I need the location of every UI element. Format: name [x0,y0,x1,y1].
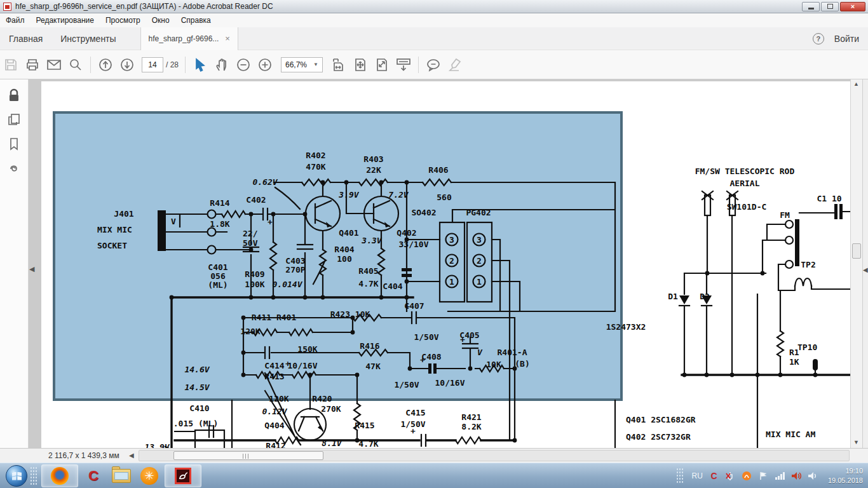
schematic-label: 100K [245,280,264,289]
menu-edit[interactable]: Редактирование [31,13,100,27]
fit-width-button[interactable] [328,54,349,76]
tools-pane-collapse-arrow[interactable]: ◀ [863,266,868,273]
envelope-icon [46,58,62,72]
nav-pane-collapse-arrow[interactable]: ◀ [29,265,34,273]
bookmarks-icon[interactable] [8,137,20,151]
schematic-label: D2 [700,292,710,301]
show-toolbar-button[interactable] [393,54,414,76]
sign-in-button[interactable]: Войти [834,34,859,44]
tray-ccleaner-icon[interactable]: C [709,470,719,481]
menu-help[interactable]: Справка [175,13,217,27]
schematic-label: V [171,217,176,226]
schematic-label: R423 10K [330,309,370,319]
document-area[interactable]: 321321 R402470KR40322KR4065600.62VJ401MI… [29,79,862,448]
schematic-label: J401 [114,209,133,219]
pointer-icon [194,58,207,72]
schematic-label: 47K [365,362,381,371]
taskbar-ccleaner-button[interactable]: C [81,464,106,487]
schematic-label: MIX MIC AM [766,430,815,439]
tray-separator [676,468,684,484]
schematic-label: 50V [243,238,258,248]
tray-action-center-icon[interactable] [758,470,769,481]
tab-close-icon[interactable]: × [225,34,230,43]
select-tool-button[interactable] [189,54,211,76]
scroll-down-icon[interactable]: ▼ [853,439,859,445]
save-button[interactable] [0,54,22,76]
next-page-button[interactable] [116,54,138,76]
schematic-label: FM [780,210,790,220]
schematic-label: D1 [668,292,678,301]
schematic-label: 120K [240,327,260,336]
toolbar-dock-icon [395,57,412,72]
schematic-label: 056 [210,271,226,281]
schematic-label: PG402 [466,208,491,217]
schematic-label: 1/50V [394,380,419,390]
tray-avast-icon[interactable] [742,470,752,481]
scroll-up-icon[interactable]: ▲ [853,81,859,87]
taskbar-settings-button[interactable]: ✳ [137,464,162,487]
schematic-label: (ML) [208,280,227,290]
email-button[interactable] [43,54,65,76]
highlighter-icon [447,57,463,72]
schematic-label: 3.9V [338,190,359,200]
menu-window[interactable]: Окно [146,13,175,27]
horizontal-scroll-thumb[interactable] [173,451,323,460]
schematic-label: 100 [337,254,352,264]
taskbar-clock[interactable]: 19:10 19.05.2018 [824,466,863,485]
previous-page-button[interactable] [95,54,116,76]
attachments-icon[interactable] [7,161,21,175]
schematic-label: TP2 [801,260,815,269]
maximize-button[interactable] [821,2,839,11]
zoom-in-button[interactable] [254,54,276,76]
zoom-level-select[interactable]: 66,7% ▼ [281,57,323,72]
vertical-scrollbar[interactable]: ▲ ▼ [850,79,862,448]
highlight-button[interactable] [444,54,466,76]
connector-pin-number: 3 [449,235,454,245]
page-thumbnails-icon[interactable] [7,112,21,126]
connector-pin-number: 3 [477,235,482,245]
wheel-icon: ✳ [140,467,158,485]
print-button[interactable] [22,54,43,76]
taskbar-explorer-button[interactable] [109,464,134,487]
page-number-input[interactable] [142,57,163,72]
clock-time: 19:10 [828,466,863,476]
minimize-button[interactable] [802,2,820,11]
tray-power-icon[interactable] [725,470,736,481]
zoom-out-button[interactable] [233,54,254,76]
page-dimensions-label: 2 116,7 x 1 439,3 мм [48,451,119,460]
schematic-label: 10/16V [288,361,318,370]
tools-pane-strip[interactable]: ◀ [862,79,868,448]
connector-pin-number: 1 [449,277,454,287]
schematic-label: R411 R401 [252,313,297,322]
language-indicator[interactable]: RU [692,471,703,480]
taskbar-acrobat-button[interactable] [165,464,201,487]
schematic-label: 1K [789,357,799,367]
horizontal-scrollbar[interactable] [139,450,850,461]
scroll-left-icon[interactable]: ◀ [129,452,134,459]
tray-network-icon[interactable] [775,470,785,481]
help-icon[interactable]: ? [813,33,824,44]
menu-file[interactable]: Файл [0,13,31,27]
acrobat-app-icon [3,3,11,11]
schematic-label: + [268,217,273,227]
tab-tools[interactable]: Инструменты [51,34,125,44]
lock-icon[interactable] [8,88,20,102]
connector-pin-number: 1 [477,277,482,287]
comment-button[interactable] [423,54,444,76]
vertical-scroll-thumb[interactable] [852,243,861,259]
system-tray: RU C 19:10 19.05. [674,466,868,485]
tab-document[interactable]: hfe_sharp_gf-9696... × [140,27,238,50]
close-button[interactable]: × [840,2,865,11]
start-button[interactable] [6,465,27,487]
fit-page-button[interactable] [349,54,371,76]
schematic-label: + [405,302,410,311]
search-button[interactable] [65,54,86,76]
tray-speaker-icon[interactable] [808,470,818,481]
menu-view[interactable]: Просмотр [100,13,146,27]
tray-volume-mixer-icon[interactable] [791,470,802,481]
tab-home[interactable]: Главная [0,34,51,44]
full-screen-button[interactable] [371,54,393,76]
taskbar-firefox-button[interactable] [41,464,78,487]
hand-tool-button[interactable] [211,54,233,76]
schematic-label: + [420,355,425,365]
